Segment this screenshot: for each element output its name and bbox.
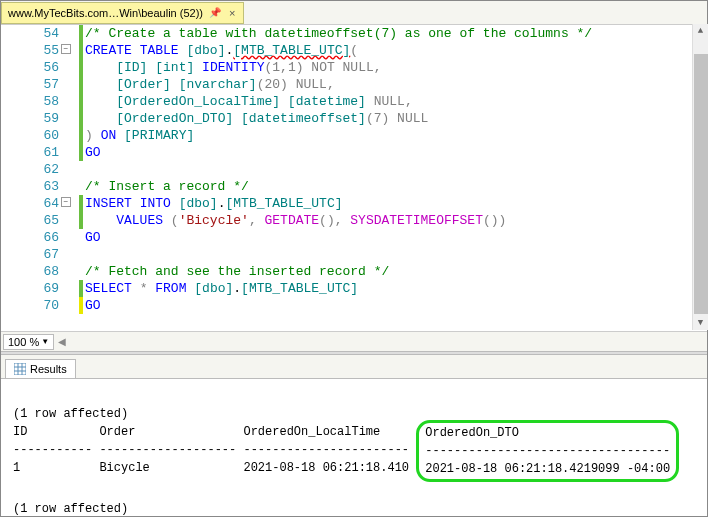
change-marker bbox=[79, 93, 83, 110]
change-marker bbox=[79, 280, 83, 297]
code-line[interactable]: /* Create a table with datetimeoffset(7)… bbox=[79, 25, 707, 42]
line-number: 55− bbox=[1, 42, 59, 59]
change-marker bbox=[79, 25, 83, 42]
result-header-right: OrderedOn_DTO bbox=[425, 424, 670, 442]
change-marker bbox=[79, 110, 83, 127]
change-marker bbox=[79, 212, 83, 229]
change-marker bbox=[79, 76, 83, 93]
results-tab-label: Results bbox=[30, 363, 67, 375]
code-area[interactable]: /* Create a table with datetimeoffset(7)… bbox=[63, 25, 707, 331]
change-marker bbox=[79, 161, 83, 178]
code-line[interactable]: SELECT * FROM [dbo].[MTB_TABLE_UTC] bbox=[79, 280, 707, 297]
pin-icon[interactable]: 📌 bbox=[209, 7, 221, 18]
change-marker bbox=[79, 178, 83, 195]
line-number: 62 bbox=[1, 161, 59, 178]
result-rule-left: ----------- ------------------- --------… bbox=[13, 441, 416, 459]
tab-bar: www.MyTecBits.com…Win\beaulin (52)) 📌 × bbox=[1, 1, 707, 25]
line-number: 69 bbox=[1, 280, 59, 297]
change-marker bbox=[79, 297, 83, 314]
code-line[interactable] bbox=[79, 161, 707, 178]
line-number: 68 bbox=[1, 263, 59, 280]
scroll-left-icon[interactable]: ◀ bbox=[58, 336, 66, 347]
line-number: 54 bbox=[1, 25, 59, 42]
code-line[interactable]: VALUES ('Bicycle', GETDATE(), SYSDATETIM… bbox=[79, 212, 707, 229]
code-line[interactable]: CREATE TABLE [dbo].[MTB_TABLE_UTC]( bbox=[79, 42, 707, 59]
code-line[interactable] bbox=[79, 246, 707, 263]
result-header-left: ID Order OrderedOn_LocalTime bbox=[13, 423, 416, 441]
scroll-down-arrow[interactable]: ▼ bbox=[693, 316, 708, 330]
line-number: 70 bbox=[1, 297, 59, 314]
line-number: 58 bbox=[1, 93, 59, 110]
results-tab[interactable]: Results bbox=[5, 359, 76, 378]
result-rule-right: ---------------------------------- bbox=[425, 442, 670, 460]
code-line[interactable]: [Order] [nvarchar](20) NULL, bbox=[79, 76, 707, 93]
change-marker bbox=[79, 144, 83, 161]
code-line[interactable]: ) ON [PRIMARY] bbox=[79, 127, 707, 144]
scroll-up-arrow[interactable]: ▲ bbox=[693, 24, 708, 38]
zoom-bar: 100 % ▼ ◀ bbox=[1, 331, 707, 351]
code-line[interactable]: GO bbox=[79, 144, 707, 161]
code-line[interactable]: /* Insert a record */ bbox=[79, 178, 707, 195]
change-marker bbox=[79, 42, 83, 59]
zoom-select[interactable]: 100 % ▼ bbox=[3, 334, 54, 350]
code-line[interactable]: /* Fetch and see the inserted record */ bbox=[79, 263, 707, 280]
line-number: 61 bbox=[1, 144, 59, 161]
code-line[interactable]: GO bbox=[79, 229, 707, 246]
code-line[interactable]: [ID] [int] IDENTITY(1,1) NOT NULL, bbox=[79, 59, 707, 76]
close-icon[interactable]: × bbox=[227, 7, 237, 19]
code-line[interactable]: GO bbox=[79, 297, 707, 314]
line-number: 65 bbox=[1, 212, 59, 229]
results-grid-icon bbox=[14, 363, 26, 375]
result-row-right: 2021-08-18 06:21:18.4219099 -04:00 bbox=[425, 460, 670, 478]
change-marker bbox=[79, 229, 83, 246]
change-marker bbox=[79, 195, 83, 212]
line-number: 57 bbox=[1, 76, 59, 93]
zoom-value: 100 % bbox=[8, 336, 39, 348]
tab-title: www.MyTecBits.com…Win\beaulin (52)) bbox=[8, 7, 203, 19]
code-line[interactable]: [OrderedOn_LocalTime] [datetime] NULL, bbox=[79, 93, 707, 110]
line-number: 66 bbox=[1, 229, 59, 246]
result-row-left: 1 Bicycle 2021-08-18 06:21:18.410 bbox=[13, 459, 416, 477]
svg-rect-0 bbox=[14, 363, 26, 375]
line-number: 67 bbox=[1, 246, 59, 263]
code-line[interactable]: INSERT INTO [dbo].[MTB_TABLE_UTC] bbox=[79, 195, 707, 212]
line-number-gutter: 5455−565758596061626364−656667686970 bbox=[1, 25, 63, 331]
change-marker bbox=[79, 263, 83, 280]
chevron-down-icon: ▼ bbox=[41, 337, 49, 346]
line-number: 56 bbox=[1, 59, 59, 76]
highlight-box: OrderedOn_DTO --------------------------… bbox=[416, 420, 679, 482]
line-number: 60 bbox=[1, 127, 59, 144]
results-pane[interactable]: (1 row affected)ID Order OrderedOn_Local… bbox=[1, 379, 707, 517]
change-marker bbox=[79, 127, 83, 144]
vertical-scrollbar[interactable]: ▲ ▼ bbox=[692, 24, 708, 330]
rows-affected-2: (1 row affected) bbox=[13, 500, 695, 517]
code-editor[interactable]: 5455−565758596061626364−656667686970 /* … bbox=[1, 25, 707, 331]
line-number: 64− bbox=[1, 195, 59, 212]
line-number: 59 bbox=[1, 110, 59, 127]
scroll-thumb[interactable] bbox=[694, 54, 708, 314]
change-marker bbox=[79, 59, 83, 76]
change-marker bbox=[79, 246, 83, 263]
editor-tab[interactable]: www.MyTecBits.com…Win\beaulin (52)) 📌 × bbox=[1, 2, 244, 24]
code-line[interactable]: [OrderedOn_DTO] [datetimeoffset](7) NULL bbox=[79, 110, 707, 127]
results-tab-bar: Results bbox=[1, 355, 707, 379]
line-number: 63 bbox=[1, 178, 59, 195]
